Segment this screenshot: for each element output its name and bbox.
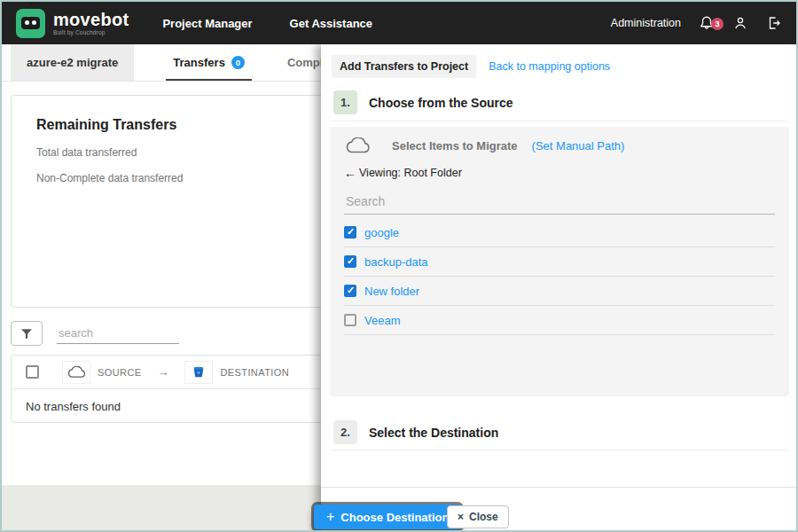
step1-header: 1. Choose from the Source [333,90,513,114]
tab-transfers-label: Transfers [173,56,225,69]
step2-heading: Select the Destination [369,426,498,440]
movebot-logo-icon[interactable] [16,9,45,38]
checkbox-backup-data[interactable] [344,255,356,268]
list-item-google[interactable]: google [344,218,775,247]
checkbox-google[interactable] [344,226,356,239]
cloud-icon [66,366,86,379]
source-cloud-icon [344,137,371,154]
nav-link-project-manager[interactable]: Project Manager [162,17,252,30]
item-label[interactable]: New folder [364,285,419,298]
plus-icon: + [326,509,334,525]
nav-links: Project Manager Get Assistance [162,17,372,30]
tab-project-name[interactable]: azure-e2 migrate [11,44,134,81]
close-label: Close [469,511,498,523]
notification-count-badge: 3 [711,18,724,30]
transfers-search-input[interactable] [57,323,179,344]
select-all-checkbox[interactable] [26,365,39,379]
nav-right: Administration 3 [611,15,782,31]
list-item-new-folder[interactable]: New folder [344,277,775,306]
item-label[interactable]: backup-data [364,255,428,269]
add-transfers-drawer: Add Transfers to Project Back to mapping… [321,44,798,532]
list-item-backup-data[interactable]: backup-data [344,247,775,277]
source-browser-card: Select Items to Migrate (Set Manual Path… [330,127,789,396]
person-icon [732,15,748,31]
brand-name: movebot [53,11,129,28]
brand-tagline: Built by Couchdrop [53,30,129,36]
source-icon-box [62,361,90,384]
close-icon: × [458,511,464,523]
destination-icon-box [184,361,213,384]
step1-number-badge: 1. [333,90,357,114]
checkbox-new-folder[interactable] [344,285,356,297]
viewing-breadcrumb[interactable]: ← Viewing: Root Folder [344,166,775,180]
step2-header: 2. Select the Destination [333,420,498,444]
viewing-label: Viewing: Root Folder [359,167,462,179]
drawer-footer-divider [321,487,798,488]
column-source: SOURCE [98,367,141,378]
step1-divider [332,121,787,121]
item-label[interactable]: Veeam [364,314,400,327]
filter-row [11,321,179,346]
step2-divider [332,450,787,450]
choose-destination-label: Choose Destination [340,511,449,524]
step1-heading: Choose from the Source [369,96,513,110]
filter-button[interactable] [11,321,43,346]
tab-transfers[interactable]: Transfers 0 [169,44,248,81]
drawer-title: Add Transfers to Project [332,55,476,78]
checkbox-veeam[interactable] [344,314,356,326]
notifications-button[interactable]: 3 [699,15,715,31]
top-navbar: movebot Built by Couchdrop Project Manag… [2,2,796,44]
list-item-veeam[interactable]: Veeam [344,306,775,335]
source-items-search-input[interactable] [344,187,775,215]
column-destination: DESTINATION [220,367,289,378]
logout-icon [766,15,782,31]
logout-button[interactable] [766,15,782,31]
administration-link[interactable]: Administration [611,17,681,29]
source-items-list: google backup-data New folder Veeam [344,218,775,335]
nav-link-get-assistance[interactable]: Get Assistance [290,17,372,30]
set-manual-path-link[interactable]: (Set Manual Path) [532,139,625,153]
select-items-label: Select Items to Migrate [392,139,518,153]
app-window: movebot Built by Couchdrop Project Manag… [0,0,798,532]
transfers-count-badge: 0 [231,56,245,69]
account-button[interactable] [732,15,748,31]
back-arrow-icon: ← [344,166,356,180]
item-label[interactable]: google [364,226,399,239]
source-to-destination-arrow-icon: → [157,365,168,379]
back-to-mapping-link[interactable]: Back to mapping options [489,60,610,73]
bucket-icon [192,365,206,379]
brand-text: movebot Built by Couchdrop [53,11,129,36]
step2-number-badge: 2. [333,420,357,444]
filter-funnel-icon [20,328,33,340]
close-drawer-button[interactable]: × Close [447,505,509,528]
drawer-header: Add Transfers to Project Back to mapping… [321,44,798,78]
source-browser-header: Select Items to Migrate (Set Manual Path… [344,137,775,154]
choose-destination-button[interactable]: + Choose Destination [314,505,461,529]
